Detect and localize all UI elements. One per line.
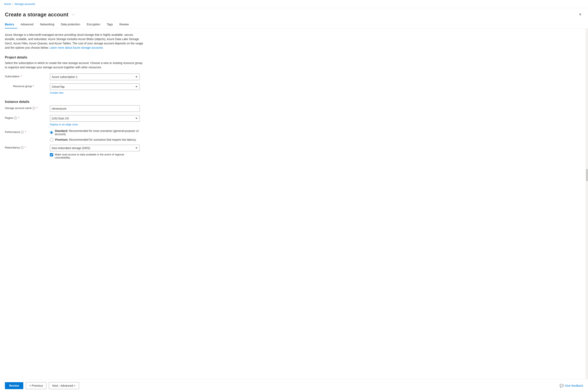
tab-networking[interactable]: Networking (36, 21, 57, 28)
tab-data-protection[interactable]: Data protection (57, 21, 83, 28)
resource-group-row: Resource group * CleverTap Create new Cr… (5, 84, 164, 94)
tab-tags[interactable]: Tags (104, 21, 116, 28)
tab-encryption[interactable]: Encryption (83, 21, 103, 28)
redundancy-select[interactable]: Geo-redundant storage (GRS) Locally-redu… (50, 145, 140, 151)
page-title-row: Create a storage account ··· (5, 12, 76, 18)
content-scroll: Azure Storage is a Microsoft-managed ser… (0, 29, 586, 379)
performance-label: Performance i * (5, 129, 50, 134)
performance-standard-option[interactable]: Standard: Recommended for most scenarios… (50, 129, 140, 136)
page-title: Create a storage account (5, 12, 68, 18)
breadcrumb-storage-accounts[interactable]: Storage accounts (14, 2, 35, 6)
redundancy-row: Redundancy i * Geo-redundant storage (GR… (5, 145, 164, 159)
storage-name-required: * (36, 106, 37, 110)
region-required: * (18, 116, 19, 120)
subscription-label: Subscription * (5, 74, 50, 78)
performance-premium-label: Premium: Recommended for scenarios that … (55, 138, 136, 141)
performance-info-icon[interactable]: i (21, 131, 24, 134)
performance-premium-option[interactable]: Premium: Recommended for scenarios that … (50, 138, 140, 142)
project-details-section: Project details Select the subscription … (5, 56, 581, 94)
close-button[interactable]: × (577, 12, 583, 17)
resource-group-control: CleverTap Create new Create new (50, 84, 140, 94)
storage-account-name-input[interactable] (50, 105, 140, 112)
instance-details-title: Instance details (5, 100, 581, 104)
deploy-edge-zone-link[interactable]: Deploy to an edge zone (50, 123, 78, 126)
storage-account-name-control (50, 105, 140, 112)
redundancy-label: Redundancy i * (5, 145, 50, 149)
create-new-resource-group-link[interactable]: Create new (50, 91, 63, 94)
performance-row: Performance i * Standard: Recommended fo… (5, 129, 164, 142)
page-header: Create a storage account ··· × (0, 8, 588, 18)
project-details-desc: Select the subscription in which to crea… (5, 61, 144, 70)
redundancy-control: Geo-redundant storage (GRS) Locally-redu… (50, 145, 140, 159)
tab-review[interactable]: Review (116, 21, 132, 28)
resource-group-select[interactable]: CleverTap Create new (50, 84, 140, 90)
subscription-row: Subscription * Azure subscription 1 Azur… (5, 74, 164, 80)
bottom-bar: Review < Previous Next : Advanced > 💬 Gi… (0, 379, 588, 392)
performance-standard-label: Standard: Recommended for most scenarios… (55, 129, 140, 136)
redundancy-info-icon[interactable]: i (21, 146, 23, 149)
scrollbar-thumb[interactable] (586, 169, 588, 181)
instance-details-section: Instance details Storage account name i … (5, 100, 581, 159)
tabs-bar: Basics Advanced Networking Data protecti… (0, 18, 588, 29)
project-details-title: Project details (5, 56, 581, 59)
resource-group-label: Resource group * (5, 84, 50, 88)
more-options-button[interactable]: ··· (70, 12, 76, 17)
region-select[interactable]: (US) East US (US) East US 2 (US) West US… (50, 115, 140, 122)
breadcrumb: Home › Storage accounts (4, 2, 35, 6)
storage-name-info-icon[interactable]: i (32, 107, 35, 110)
review-button[interactable]: Review (5, 382, 23, 389)
performance-radio-group: Standard: Recommended for most scenarios… (50, 129, 140, 142)
subscription-select[interactable]: Azure subscription 1 Azure subscription … (50, 74, 140, 80)
redundancy-required: * (25, 146, 26, 149)
storage-account-name-label: Storage account name i * (5, 105, 50, 110)
region-info-icon[interactable]: i (14, 116, 17, 120)
feedback-label: Give feedback (565, 384, 583, 387)
subscription-control: Azure subscription 1 Azure subscription … (50, 74, 140, 80)
resource-group-required: * (33, 85, 34, 88)
breadcrumb-bar: Home › Storage accounts (0, 0, 588, 8)
previous-button[interactable]: < Previous (26, 382, 46, 389)
redundancy-read-access-checkbox[interactable] (50, 153, 53, 156)
performance-required: * (25, 130, 26, 134)
scrollbar-track (586, 29, 588, 379)
breadcrumb-sep-1: › (12, 3, 13, 6)
subscription-required: * (21, 75, 22, 78)
give-feedback-button[interactable]: 💬 Give feedback (560, 384, 583, 388)
tab-advanced[interactable]: Advanced (17, 21, 36, 28)
description-text: Azure Storage is a Microsoft-managed ser… (5, 33, 144, 50)
performance-standard-radio[interactable] (50, 131, 53, 134)
region-row: Region i * (US) East US (US) East US 2 (… (5, 115, 164, 126)
region-control: (US) East US (US) East US 2 (US) West US… (50, 115, 140, 126)
region-label: Region i * (5, 115, 50, 120)
main-container: Create a storage account ··· × Basics Ad… (0, 8, 588, 392)
redundancy-read-access-option[interactable]: Make read access to data available in th… (50, 153, 140, 159)
learn-more-link[interactable]: Learn more about Azure storage accounts (50, 46, 103, 49)
feedback-icon: 💬 (560, 384, 564, 388)
storage-account-name-row: Storage account name i * (5, 105, 164, 112)
next-button[interactable]: Next : Advanced > (49, 382, 79, 389)
redundancy-read-access-label: Make read access to data available in th… (55, 153, 140, 159)
performance-control: Standard: Recommended for most scenarios… (50, 129, 140, 142)
content-wrapper: Azure Storage is a Microsoft-managed ser… (0, 29, 588, 379)
breadcrumb-home[interactable]: Home (4, 2, 11, 6)
tab-basics[interactable]: Basics (5, 21, 17, 28)
performance-premium-radio[interactable] (50, 138, 53, 142)
